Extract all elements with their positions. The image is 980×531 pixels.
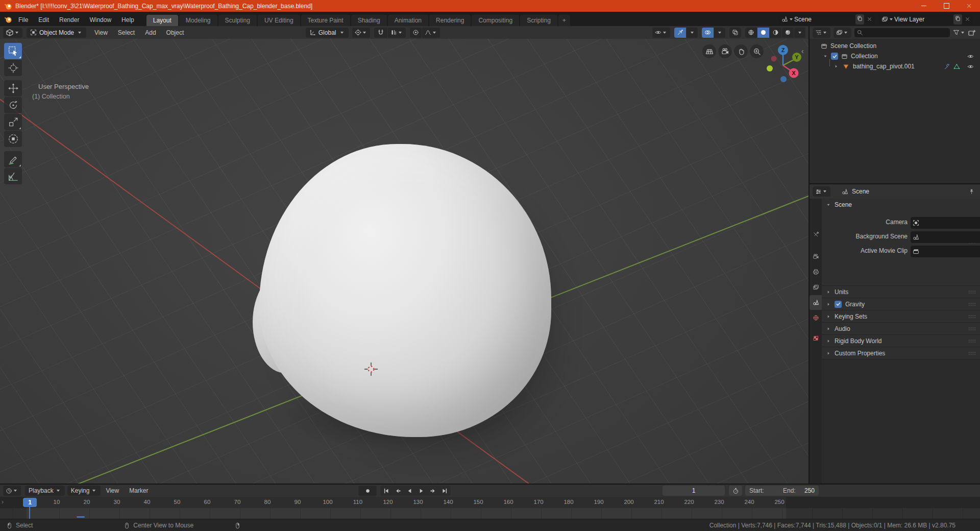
gizmo-neg-x-ball[interactable] — [771, 56, 777, 62]
tab-tool[interactable] — [810, 227, 822, 242]
scene-panel-header[interactable]: Scene — [822, 199, 980, 211]
prev-keyframe-button[interactable] — [392, 486, 404, 496]
panel-custom-properties[interactable]: Custom Properties — [822, 347, 980, 359]
drag-handle-icon[interactable] — [968, 351, 976, 355]
pan-view-button[interactable] — [734, 44, 748, 58]
annotate-tool[interactable] — [4, 151, 22, 167]
shading-dropdown[interactable] — [794, 28, 805, 38]
viewport-menu-object[interactable]: Object — [161, 27, 189, 39]
scene-selector[interactable]: Scene — [779, 14, 875, 25]
tab-output[interactable] — [810, 264, 822, 279]
viewport-menu-select[interactable]: Select — [113, 27, 140, 39]
active-movie-clip-field[interactable] — [911, 246, 980, 257]
outliner-editor-type-button[interactable] — [813, 28, 830, 38]
sidebar-collapse-arrow[interactable]: ‹ — [801, 47, 804, 55]
scale-tool[interactable] — [4, 114, 22, 130]
outliner-search[interactable] — [854, 28, 950, 37]
next-keyframe-button[interactable] — [427, 486, 439, 496]
outliner-filter-dropdown[interactable] — [953, 29, 966, 36]
tab-render[interactable] — [810, 249, 822, 264]
timeline-editor-type-button[interactable] — [3, 486, 21, 496]
viewport-editor-type-button[interactable] — [3, 28, 22, 38]
close-button[interactable] — [958, 0, 980, 12]
properties-editor-type-button[interactable] — [813, 186, 830, 197]
tab-texture[interactable] — [810, 331, 822, 346]
tab-view-layer[interactable] — [810, 280, 822, 295]
overlays-dropdown[interactable] — [714, 28, 725, 38]
drag-handle-icon[interactable] — [968, 339, 976, 343]
pin-icon[interactable] — [968, 188, 975, 195]
workspace-tab-layout[interactable]: Layout — [146, 15, 178, 26]
current-frame-field[interactable]: 1 — [663, 486, 725, 496]
shading-solid-button[interactable] — [757, 28, 769, 38]
view-layer-selector[interactable]: View Layer — [879, 14, 973, 25]
navigation-gizmo[interactable]: Z Y X — [762, 42, 804, 85]
measure-tool[interactable] — [4, 168, 22, 184]
gizmos-dropdown[interactable] — [687, 28, 698, 38]
gravity-checkbox[interactable] — [835, 301, 842, 308]
object-visibility-dropdown[interactable] — [652, 28, 670, 38]
toggle-perspective-button[interactable] — [702, 44, 716, 58]
panel-gravity[interactable]: Gravity — [822, 298, 980, 310]
search-input[interactable] — [863, 29, 911, 37]
hide-eye-icon[interactable] — [967, 63, 974, 70]
menu-help[interactable]: Help — [116, 14, 139, 26]
workspace-tab-scripting[interactable]: Scripting — [520, 15, 557, 26]
workspace-tab-rendering[interactable]: Rendering — [429, 15, 471, 26]
tab-world[interactable] — [810, 310, 822, 325]
workspace-tab-uv-editing[interactable]: UV Editing — [258, 15, 300, 26]
show-overlays-toggle[interactable] — [702, 28, 714, 38]
workspace-tab-compositing[interactable]: Compositing — [472, 15, 519, 26]
transform-orientation-dropdown[interactable]: Global — [306, 28, 349, 38]
playhead-line[interactable] — [29, 507, 30, 519]
keying-menu[interactable]: Keying — [67, 486, 101, 496]
collection-checkbox[interactable] — [831, 53, 838, 60]
play-button[interactable] — [415, 486, 427, 496]
minimize-button[interactable] — [913, 0, 935, 12]
gizmo-neg-z-ball[interactable] — [780, 76, 787, 82]
gizmo-neg-y-ball[interactable] — [767, 65, 773, 71]
workspace-tab-modeling[interactable]: Modeling — [179, 15, 217, 26]
unlink-scene-icon[interactable] — [866, 16, 873, 22]
playback-menu[interactable]: Playback — [25, 486, 65, 496]
drag-handle-icon[interactable] — [968, 327, 976, 331]
viewport-menu-view[interactable]: View — [89, 27, 113, 39]
workspace-tab-shading[interactable]: Shading — [351, 15, 387, 26]
workspace-tab-texture-paint[interactable]: Texture Paint — [301, 15, 350, 26]
play-reverse-button[interactable] — [404, 486, 415, 496]
new-view-layer-button[interactable] — [953, 14, 962, 25]
outliner-row-collection[interactable]: Collection — [810, 51, 980, 61]
shading-rendered-button[interactable] — [782, 28, 794, 38]
timeline-menu-view[interactable]: View — [101, 485, 124, 497]
snap-toggle[interactable] — [374, 28, 387, 38]
snap-settings-dropdown[interactable] — [388, 28, 406, 38]
menu-file[interactable]: File — [13, 14, 33, 26]
jump-to-end-button[interactable] — [439, 486, 451, 496]
camera-view-button[interactable] — [718, 44, 732, 58]
disclosure-open-icon[interactable] — [823, 54, 828, 59]
select-box-tool[interactable] — [4, 43, 22, 59]
rotate-tool[interactable] — [4, 97, 22, 113]
jump-to-start-button[interactable] — [380, 486, 392, 496]
remove-view-layer-icon[interactable] — [964, 16, 971, 22]
menu-render[interactable]: Render — [54, 14, 84, 26]
proportional-falloff-dropdown[interactable] — [422, 28, 440, 38]
xray-toggle[interactable] — [729, 28, 741, 38]
use-preview-range-button[interactable] — [729, 486, 742, 496]
blender-menu-icon[interactable] — [4, 15, 12, 23]
hide-eye-icon[interactable] — [967, 53, 974, 60]
drag-handle-icon[interactable] — [968, 315, 976, 319]
proportional-editing-toggle[interactable] — [410, 28, 422, 38]
menu-edit[interactable]: Edit — [33, 14, 54, 26]
drag-handle-icon[interactable] — [968, 290, 976, 294]
move-tool[interactable] — [4, 80, 22, 96]
shading-wireframe-button[interactable] — [745, 28, 757, 38]
viewport-menu-add[interactable]: Add — [140, 27, 161, 39]
outliner-row-scene-collection[interactable]: Scene Collection — [810, 41, 980, 51]
panel-units[interactable]: Units — [822, 286, 980, 298]
playhead-badge[interactable]: 1 — [23, 498, 37, 507]
disclosure-closed-icon[interactable] — [834, 64, 839, 69]
end-frame-field[interactable]: End: 250 — [779, 486, 819, 496]
timeline-menu-marker[interactable]: Marker — [124, 485, 153, 497]
drag-handle-icon[interactable] — [968, 302, 976, 306]
